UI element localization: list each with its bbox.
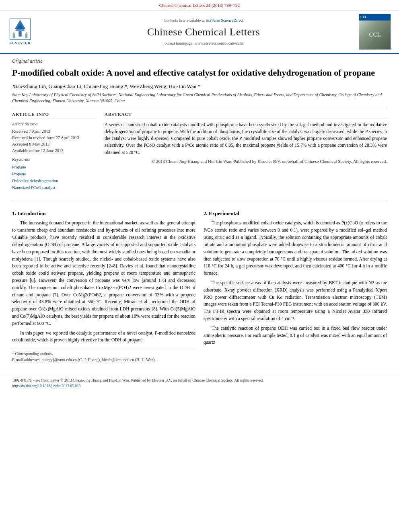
elsevier-logo: ELSEVIER bbox=[8, 18, 32, 46]
author-list: Xiao-Zhang Lin, Guang-Chao Li, Chuan-Jin… bbox=[12, 83, 200, 89]
journal-cover-image: CCL bbox=[359, 14, 391, 50]
footer-issn: 1001-8417/$ – see front matter © 2013 Ch… bbox=[12, 378, 387, 383]
body-right-column: 2. Experimental The phosphorus modified … bbox=[204, 206, 387, 363]
body-left-column: 1. Introduction The increasing demand fo… bbox=[12, 206, 195, 363]
journal-citation-bar: Chinese Chemical Letters 24 (2013) 789–7… bbox=[0, 0, 399, 10]
journal-cover-area: CCL bbox=[355, 14, 391, 50]
footnote-section: * Corresponding authors. E-mail addresse… bbox=[12, 348, 195, 363]
authors: Xiao-Zhang Lin, Guang-Chao Li, Chuan-Jin… bbox=[12, 83, 387, 90]
svg-rect-4 bbox=[19, 31, 21, 37]
sciverse-link[interactable]: SciVerse ScienceDirect bbox=[206, 18, 244, 23]
footnote-email-text: E-mail addresses: huangcj@xmu.edu.cn (C.… bbox=[12, 357, 156, 362]
online-date: Available online 12 June 2013 bbox=[12, 148, 97, 154]
experimental-para-2: The specific surface areas of the cataly… bbox=[204, 279, 387, 322]
svg-rect-7 bbox=[25, 34, 27, 38]
publisher-logo-area: ELSEVIER bbox=[8, 18, 52, 46]
cover-top-bar: CCL bbox=[359, 14, 391, 20]
homepage-text: journal homepage: www.elsevier.com/locat… bbox=[163, 41, 243, 45]
revised-date: Received in revised form 27 April 2013 bbox=[12, 135, 97, 141]
experimental-heading: 2. Experimental bbox=[204, 210, 387, 217]
journal-title-area: Contents lists available at SciVerse Sci… bbox=[56, 18, 351, 46]
main-content: Original article P-modified cobalt oxide… bbox=[0, 54, 399, 371]
article-title: P-modified cobalt oxide: A novel and eff… bbox=[12, 67, 387, 79]
elsevier-icon bbox=[8, 18, 32, 40]
article-type: Original article bbox=[12, 58, 387, 65]
experimental-para-1: The phosphorus modified cobalt oxide cat… bbox=[204, 220, 387, 277]
journal-header: ELSEVIER Contents lists available at Sci… bbox=[0, 10, 399, 54]
received-date: Received 7 April 2013 bbox=[12, 128, 97, 135]
keyword-3[interactable]: Oxidative dehydrogenation bbox=[12, 178, 97, 185]
keywords-section: Keywords: Propane Propene Oxidative dehy… bbox=[12, 157, 97, 191]
intro-para-1: The increasing demand for propene in the… bbox=[12, 220, 195, 327]
experimental-para-3: The catalytic reaction of propane ODH wa… bbox=[204, 325, 387, 346]
intro-para-2: In this paper, we reported the catalytic… bbox=[12, 330, 195, 344]
accepted-date: Accepted 8 May 2013 bbox=[12, 141, 97, 148]
keyword-1[interactable]: Propane bbox=[12, 164, 97, 171]
article-info-heading: ARTICLE INFO bbox=[12, 111, 97, 119]
footer-bar: 1001-8417/$ – see front matter © 2013 Ch… bbox=[0, 375, 399, 391]
affiliation: State Key Laboratory of Physical Chemist… bbox=[12, 92, 387, 104]
elsevier-brand-text: ELSEVIER bbox=[9, 41, 31, 46]
keywords-label: Keywords: bbox=[12, 157, 97, 163]
footnote-corresponding: * Corresponding authors. bbox=[12, 351, 195, 357]
sciverse-line: Contents lists available at SciVerse Sci… bbox=[56, 18, 351, 23]
history-label: Article history: bbox=[12, 121, 97, 127]
journal-homepage: journal homepage: www.elsevier.com/locat… bbox=[56, 41, 351, 46]
divider-1 bbox=[12, 108, 387, 108]
footnote-email: E-mail addresses: huangcj@xmu.edu.cn (C.… bbox=[12, 357, 195, 363]
info-abstract-section: ARTICLE INFO Article history: Received 7… bbox=[12, 111, 387, 194]
abstract-column: ABSTRACT A series of nanosized cobalt ox… bbox=[105, 111, 387, 194]
journal-citation: Chinese Chemical Letters 24 (2013) 789–7… bbox=[159, 3, 240, 8]
abstract-heading: ABSTRACT bbox=[105, 111, 387, 119]
body-content: 1. Introduction The increasing demand fo… bbox=[12, 206, 387, 363]
svg-rect-5 bbox=[13, 34, 15, 38]
history-section: Article history: Received 7 April 2013 R… bbox=[12, 121, 97, 154]
abstract-copyright: © 2013 Chuan-Jing Huang and Hui-Lin Wan.… bbox=[105, 158, 387, 164]
intro-heading: 1. Introduction bbox=[12, 210, 195, 217]
divider-2 bbox=[12, 200, 387, 200]
footer-doi[interactable]: http://dx.doi.org/10.1016/j.cclet.2013.0… bbox=[12, 384, 387, 389]
keyword-4[interactable]: Nanosized PCoO catalyst bbox=[12, 185, 97, 191]
abstract-text: A series of nanosized cobalt oxide catal… bbox=[105, 121, 387, 156]
journal-title: Chinese Chemical Letters bbox=[56, 25, 351, 39]
article-info-column: ARTICLE INFO Article history: Received 7… bbox=[12, 111, 97, 194]
keyword-2[interactable]: Propene bbox=[12, 171, 97, 178]
cover-image bbox=[359, 21, 391, 50]
